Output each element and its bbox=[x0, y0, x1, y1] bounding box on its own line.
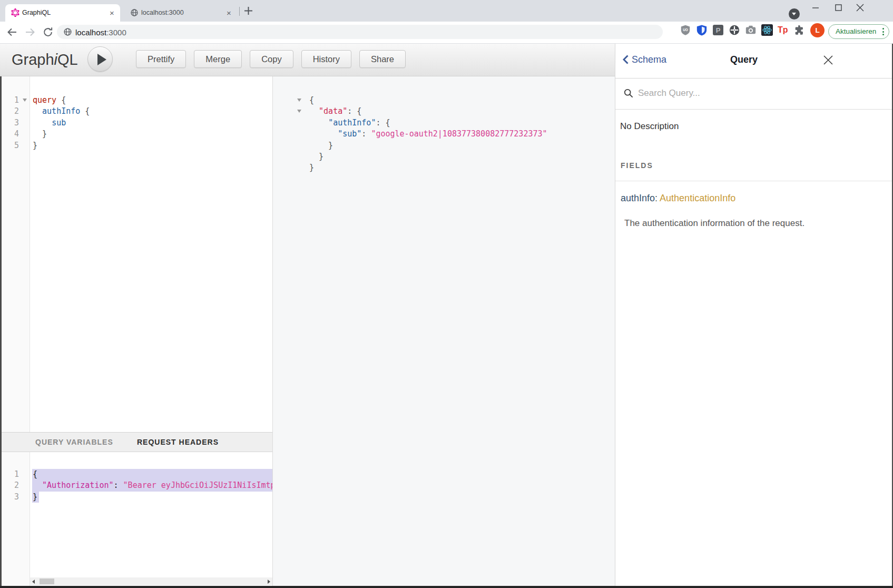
fold-arrow-icon[interactable] bbox=[297, 99, 301, 102]
back-icon[interactable] bbox=[6, 26, 18, 38]
svg-text:P: P bbox=[716, 26, 721, 34]
tab-title: localhost:3000 bbox=[141, 9, 184, 16]
browser-tab-graphiql[interactable]: GraphiQL × bbox=[5, 4, 120, 22]
menu-kebab-icon[interactable] bbox=[882, 28, 884, 37]
code-line: 1query { bbox=[2, 95, 272, 106]
prettify-button[interactable]: Prettify bbox=[136, 50, 186, 68]
tab-separator bbox=[239, 7, 240, 16]
scrollbar-thumb[interactable] bbox=[40, 579, 54, 584]
code-line: 5} bbox=[2, 140, 272, 151]
play-icon bbox=[97, 54, 106, 65]
browser-tab-localhost[interactable]: localhost:3000 × bbox=[124, 4, 237, 22]
code-line: 2 "Authorization": "Bearer eyJhbGciOiJSU… bbox=[2, 480, 272, 491]
address-bar[interactable]: localhost:3000 bbox=[57, 25, 663, 39]
p-badge-icon[interactable]: P bbox=[712, 24, 724, 36]
share-button[interactable]: Share bbox=[359, 50, 406, 68]
new-tab-button[interactable] bbox=[244, 6, 253, 15]
field-name-link[interactable]: authInfo bbox=[621, 193, 655, 203]
code-line: 3 sub bbox=[2, 117, 272, 129]
window-close-button[interactable] bbox=[852, 0, 868, 16]
tab-close-icon[interactable]: × bbox=[225, 9, 233, 17]
doc-search-box[interactable]: Search Query... bbox=[615, 79, 892, 110]
graphql-favicon-icon bbox=[11, 8, 19, 19]
code-line: } bbox=[273, 162, 615, 173]
globe-icon bbox=[130, 8, 139, 19]
extensions-puzzle-icon[interactable] bbox=[793, 24, 805, 36]
toolbar-buttons: PrettifyMergeCopyHistoryShare bbox=[136, 50, 406, 68]
tab-close-icon[interactable]: × bbox=[108, 9, 116, 17]
graphiql-logo: GraphiQL bbox=[12, 51, 78, 68]
tab-query-variables[interactable]: QUERY VARIABLES bbox=[35, 433, 113, 452]
history-button[interactable]: History bbox=[301, 50, 351, 68]
tp-badge-icon[interactable]: Tp bbox=[778, 25, 789, 37]
copy-button[interactable]: Copy bbox=[250, 50, 293, 68]
doc-explorer-title: Query bbox=[730, 54, 758, 65]
doc-back-link[interactable]: Schema bbox=[623, 54, 666, 65]
graphiql-topbar: GraphiQL PrettifyMergeCopyHistoryShare bbox=[0, 44, 615, 76]
code-line: "authInfo": { bbox=[273, 117, 615, 129]
doc-field-description: The authentication information of the re… bbox=[624, 218, 804, 229]
doc-fields-header: FIELDS bbox=[621, 161, 653, 170]
camera-icon[interactable] bbox=[745, 24, 757, 36]
browser-update-button[interactable]: Aktualisieren bbox=[828, 24, 889, 39]
reload-icon[interactable] bbox=[42, 26, 54, 38]
bitwarden-shield-icon[interactable] bbox=[696, 24, 708, 36]
field-type-link[interactable]: AuthenticationInfo bbox=[660, 193, 735, 203]
query-editor-gutter bbox=[2, 76, 30, 586]
search-placeholder: Search Query... bbox=[638, 88, 700, 99]
forward-icon bbox=[24, 26, 36, 38]
code-line: 1{ bbox=[2, 469, 272, 480]
crosshair-icon[interactable] bbox=[729, 24, 740, 36]
react-devtools-icon[interactable] bbox=[761, 24, 773, 36]
merge-button[interactable]: Merge bbox=[194, 50, 242, 68]
scroll-left-icon[interactable] bbox=[32, 580, 35, 584]
query-editor[interactable]: 1query {2 authInfo {3 sub4 }5} QUERY VAR… bbox=[2, 76, 272, 586]
fold-arrow-icon[interactable] bbox=[297, 110, 301, 113]
update-button-label: Aktualisieren bbox=[836, 27, 876, 35]
ublock-shield-icon[interactable]: UO bbox=[680, 24, 691, 36]
code-line: 2 authInfo { bbox=[2, 106, 272, 117]
site-globe-icon[interactable] bbox=[63, 27, 72, 38]
doc-close-icon[interactable] bbox=[822, 54, 834, 66]
profile-avatar[interactable]: L bbox=[810, 23, 825, 37]
code-line: } bbox=[273, 140, 615, 151]
tab-request-headers[interactable]: REQUEST HEADERS bbox=[137, 433, 219, 452]
result-viewer[interactable]: { "data": { "authInfo": { "sub": "google… bbox=[272, 76, 615, 586]
svg-text:UO: UO bbox=[683, 28, 688, 32]
code-line: "data": { bbox=[273, 106, 615, 117]
window-border-bottom bbox=[0, 586, 893, 588]
doc-field-item: authInfo: AuthenticationInfo bbox=[621, 193, 735, 204]
horizontal-scrollbar[interactable] bbox=[30, 577, 272, 585]
url-text: localhost:3000 bbox=[75, 28, 126, 37]
doc-explorer-header: Schema Query bbox=[615, 44, 892, 79]
fields-divider bbox=[615, 181, 892, 181]
doc-no-description: No Description bbox=[620, 121, 679, 132]
execute-button[interactable] bbox=[87, 46, 113, 72]
window-maximize-button[interactable] bbox=[830, 0, 846, 16]
search-icon bbox=[624, 89, 633, 98]
tab-search-button[interactable] bbox=[789, 8, 800, 19]
fold-arrow-icon[interactable] bbox=[23, 99, 27, 102]
variables-tab-bar: QUERY VARIABLES REQUEST HEADERS bbox=[2, 432, 272, 452]
scroll-right-icon[interactable] bbox=[268, 580, 270, 584]
window-border-left bbox=[0, 76, 2, 586]
tab-title: GraphiQL bbox=[22, 9, 51, 16]
code-line: 4 } bbox=[2, 129, 272, 140]
code-line: 3} bbox=[2, 492, 272, 503]
window-minimize-button[interactable] bbox=[808, 0, 823, 16]
code-line: } bbox=[273, 151, 615, 162]
browser-toolbar: localhost:3000 UO P Tp L Aktualisieren bbox=[0, 22, 893, 44]
browser-tab-strip: GraphiQL × localhost:3000 × bbox=[0, 0, 893, 22]
code-line: "sub": "google-oauth2|108377380082777232… bbox=[273, 129, 615, 140]
doc-explorer: Schema Query Search Query... No Descript… bbox=[615, 44, 892, 586]
code-line: { bbox=[273, 95, 615, 106]
